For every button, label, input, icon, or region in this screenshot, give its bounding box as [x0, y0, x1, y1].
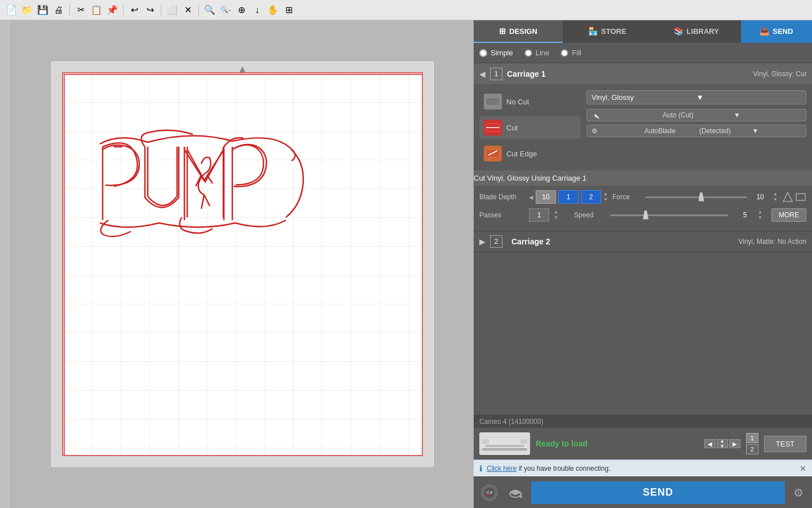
cut-options: No Cut Cut	[479, 90, 581, 165]
force-spinner[interactable]: ▲ ▼	[773, 191, 778, 203]
blade-left-arrow[interactable]: ◀	[529, 194, 533, 200]
action-label: Auto (Cut)	[663, 111, 730, 119]
carriage1-title: Carriage 1	[507, 69, 753, 78]
send-main-button[interactable]: SEND	[531, 481, 785, 504]
test-button[interactable]: TEST	[764, 436, 806, 452]
tab-store[interactable]: 🏪 STORE	[563, 20, 652, 43]
material-select[interactable]: Vinyl, Glossy ▼	[586, 90, 806, 104]
mode-line[interactable]: Line	[524, 49, 550, 57]
passes-input[interactable]: 1	[529, 208, 549, 222]
machine-controls: Ready to load ◀ ▲▼ ▶ 1 2 TEST	[474, 428, 812, 459]
blade-depth-val1[interactable]: 10	[536, 190, 556, 204]
tab-library[interactable]: 📚 LIBRARY	[652, 20, 741, 43]
redo-icon[interactable]: ↪	[143, 3, 157, 17]
force-slider[interactable]	[645, 196, 747, 198]
passes-spin-up[interactable]: ▲	[554, 209, 558, 215]
speed-slider[interactable]	[610, 214, 729, 216]
carriage1-collapse-arrow[interactable]: ◀	[479, 69, 486, 78]
design-icon: ⊞	[499, 27, 506, 36]
info-icon: ℹ	[479, 464, 482, 473]
blade-spinner[interactable]: ▲ ▼	[603, 191, 608, 203]
blade-select-icon: ⚙	[592, 127, 641, 135]
force-spin-down[interactable]: ▼	[773, 197, 778, 203]
paste-icon[interactable]: 📌	[105, 3, 119, 17]
zoom-out-icon[interactable]: 🔍-	[219, 3, 232, 17]
svg-rect-5	[486, 150, 500, 157]
delete-icon[interactable]: ✕	[181, 3, 195, 17]
mode-fill[interactable]: Fill	[561, 49, 581, 57]
tab-design[interactable]: ⊞ DESIGN	[474, 20, 563, 43]
force-slider-thumb[interactable]	[699, 192, 704, 202]
blade-spin-down[interactable]: ▼	[603, 197, 608, 203]
nav-right-btn[interactable]: ▶	[729, 439, 740, 448]
carriage-ind-1[interactable]: 1	[746, 433, 758, 443]
info-message: if you have trouble connecting.	[517, 465, 610, 472]
carriage2-subtitle: Vinyl, Matte: No Action	[738, 238, 806, 246]
nav-left-btn[interactable]: ◀	[704, 439, 716, 448]
copy-icon[interactable]: 📋	[90, 3, 103, 17]
add-icon[interactable]: ⊞	[282, 3, 295, 17]
cut-settings: Vinyl, Glossy ▼ 🔪 Auto (Cut) ▼ ⚙ AutoBla…	[586, 90, 806, 165]
new-icon[interactable]: 📄	[5, 3, 18, 17]
speed-spin-down[interactable]: ▼	[758, 215, 762, 221]
nav-up-btn[interactable]: ▲▼	[717, 439, 728, 448]
save-icon[interactable]: 💾	[36, 3, 50, 17]
select-icon[interactable]: ⬜	[165, 3, 179, 17]
zoom-in-icon[interactable]: 🔍	[203, 3, 217, 17]
radio-fill	[561, 49, 568, 57]
blade-dropdown-arrow: ▼	[752, 127, 802, 135]
blade-spin-up[interactable]: ▲	[603, 191, 608, 197]
design-artwork	[91, 119, 317, 243]
carriage1-subtitle: Vinyl, Glossy: Cut	[753, 70, 806, 78]
passes-spinner[interactable]: ▲ ▼	[554, 209, 558, 221]
carriage1-number: 1	[490, 68, 502, 80]
carriage-indicator: 1 2	[746, 433, 758, 454]
print-icon[interactable]: 🖨	[52, 3, 65, 17]
passes-label: Passes	[479, 211, 524, 219]
speed-slider-thumb[interactable]	[643, 211, 648, 220]
carriage-ind-2[interactable]: 2	[746, 444, 758, 454]
more-button[interactable]: MORE	[771, 208, 806, 222]
nav-arrows: ◀ ▲▼ ▶	[704, 439, 740, 448]
close-info-button[interactable]: ✕	[800, 464, 806, 473]
mode-simple[interactable]: Simple	[479, 49, 513, 57]
carriage2-expand-arrow[interactable]: ▶	[479, 237, 486, 246]
svg-rect-2	[486, 98, 500, 106]
no-cut-option[interactable]: No Cut	[479, 90, 581, 113]
info-bar: ℹ Click here if you have trouble connect…	[474, 459, 812, 476]
passes-spin-down[interactable]: ▼	[554, 215, 558, 221]
tab-send[interactable]: 📤 SEND	[741, 20, 812, 43]
blade-depth-val2[interactable]: 1	[558, 190, 579, 204]
cut-edge-label: Cut Edge	[506, 150, 537, 158]
blade-shape-icons	[782, 191, 806, 203]
cut-edge-option[interactable]: Cut Edge	[479, 142, 581, 165]
force-spin-up[interactable]: ▲	[773, 191, 778, 197]
speed-label: Speed	[574, 211, 602, 219]
cutting-mat	[62, 72, 423, 456]
undo-icon[interactable]: ↩	[127, 3, 141, 17]
blade-depth-val3[interactable]: 2	[581, 190, 601, 204]
action-select[interactable]: 🔪 Auto (Cut) ▼	[586, 109, 806, 121]
main-area: ▲	[0, 20, 812, 508]
panel-spacer	[474, 252, 812, 415]
carriage2-header[interactable]: ▶ 2 Carriage 2 Vinyl, Matte: No Action	[474, 231, 812, 252]
passes-row: Passes 1 ▲ ▼ Speed 5 ▲ ▼ MORE	[479, 208, 806, 222]
move-down-icon[interactable]: ↓	[250, 3, 264, 17]
cut-option[interactable]: Cut	[479, 116, 581, 139]
pan-icon[interactable]: ✋	[266, 3, 280, 17]
speed-spin-up[interactable]: ▲	[758, 209, 762, 215]
machine-area: Cameo 4 (14100000) Ready to load	[474, 415, 812, 459]
zoom-fit-icon[interactable]: ⊕	[235, 3, 248, 17]
design-label: DESIGN	[509, 27, 537, 36]
help-icon[interactable]	[505, 483, 526, 503]
speed-spinner[interactable]: ▲ ▼	[758, 209, 762, 221]
blade-select[interactable]: ⚙ AutoBlade (Detected) ▼	[586, 125, 806, 137]
radio-simple	[479, 49, 487, 57]
click-here-link[interactable]: Click here	[487, 465, 517, 472]
open-icon[interactable]: 📁	[20, 3, 34, 17]
settings-gear-icon[interactable]: ⚙	[791, 485, 806, 501]
action-icon: 🔪	[592, 111, 659, 119]
machine-status-icon[interactable]: C4	[479, 483, 500, 503]
cut-using-bar: Cut Vinyl, Glossy Using Carriage 1	[468, 170, 812, 186]
cut-icon[interactable]: ✂	[74, 3, 87, 17]
